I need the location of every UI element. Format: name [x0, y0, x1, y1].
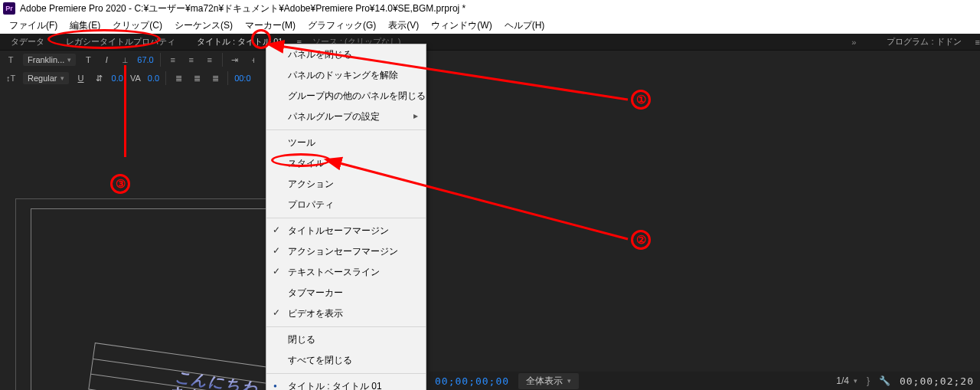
align-bottom-icon[interactable]: ≣: [209, 74, 221, 84]
menu-property[interactable]: プロパティ: [266, 195, 426, 215]
settings-wrench-icon[interactable]: 🔧: [879, 375, 890, 386]
menu-close-all[interactable]: すべてを閉じる: [266, 350, 426, 371]
leading-value[interactable]: 0.0: [112, 74, 123, 83]
align-right-icon[interactable]: ≡: [204, 55, 216, 64]
menu-sequence[interactable]: シーケンス(S): [170, 18, 237, 34]
zoom-fit-dropdown[interactable]: 全体表示: [518, 373, 579, 389]
menu-style[interactable]: スタイル: [266, 153, 426, 174]
menu-tab-marker[interactable]: タブマーカー: [266, 283, 426, 303]
program-time-bar: 00;00;00;00 全体表示 1/4 } 🔧 00;00;02;20: [429, 372, 980, 390]
tab-legacy-title-properties[interactable]: レガシータイトルプロパティ: [55, 34, 186, 50]
annotation-number-3: ③: [110, 174, 130, 194]
markers-icon[interactable]: }: [867, 375, 870, 386]
font-style-dropdown[interactable]: Regular: [23, 72, 69, 84]
italic-icon[interactable]: I: [100, 55, 113, 64]
underline-icon[interactable]: U: [75, 74, 87, 83]
timecode-duration: 00;00;02;20: [900, 375, 974, 387]
title-toolbar: T Franklin... T I ⟂ 67.0 ≡ ≡ ≡ ⇥ ⫞ ⎵ ↕T …: [0, 51, 980, 87]
app-icon: Pr: [3, 2, 15, 15]
menu-edit[interactable]: 編集(E): [65, 18, 105, 34]
menu-close[interactable]: 閉じる: [266, 329, 426, 350]
align-center-icon[interactable]: ≡: [185, 55, 198, 64]
menu-file[interactable]: ファイル(F): [5, 18, 62, 34]
overflow-chevron-icon[interactable]: »: [851, 38, 856, 47]
leading-icon: ⇵: [93, 74, 106, 84]
menu-close-other-panels[interactable]: グループ内の他のパネルを閉じる: [266, 86, 426, 107]
menu-action[interactable]: アクション: [266, 174, 426, 195]
menu-tool[interactable]: ツール: [266, 133, 426, 153]
vertical-text-icon[interactable]: ↕T: [5, 74, 17, 83]
font-size-icon: ⟂: [119, 55, 131, 64]
text-tool-icon[interactable]: T: [5, 55, 17, 64]
panel-tab-row: タデータ レガシータイトルプロパティ タイトル : タイトル 01 ≡ ソース …: [0, 34, 980, 51]
menu-clip[interactable]: クリップ(C): [108, 18, 167, 34]
font-size-value[interactable]: 67.0: [137, 55, 153, 64]
align-left-icon[interactable]: ≡: [167, 55, 179, 64]
annotation-number-2: ②: [631, 230, 651, 250]
menu-help[interactable]: ヘルプ(H): [500, 18, 550, 34]
tab-program[interactable]: プログラム : ドドン: [876, 34, 972, 50]
timecode-current[interactable]: 00;00;00;00: [435, 375, 509, 387]
resolution-dropdown[interactable]: 1/4: [836, 375, 858, 386]
type-tool-icon[interactable]: T: [82, 55, 94, 64]
panel-context-menu: パネルを閉じる パネルのドッキングを解除 グループ内の他のパネルを閉じる パネル…: [266, 44, 426, 390]
annotation-line-3: [124, 65, 126, 157]
menubar: ファイル(F) 編集(E) クリップ(C) シーケンス(S) マーカー(M) グ…: [0, 17, 980, 34]
menu-undock-panel[interactable]: パネルのドッキングを解除: [266, 65, 426, 86]
distribute-icon[interactable]: ⫞: [247, 55, 260, 64]
align-middle-icon[interactable]: ≣: [191, 74, 203, 84]
menu-title-safe-margin[interactable]: タイトルセーフマージン: [266, 221, 426, 241]
align-top-icon[interactable]: ≣: [172, 74, 185, 84]
window-title: Adobe Premiere Pro 2020 - C:¥ユーザー¥ma72n¥…: [20, 2, 466, 15]
font-family-dropdown[interactable]: Franklin...: [23, 54, 76, 66]
menu-marker[interactable]: マーカー(M): [240, 18, 300, 34]
kerning-value[interactable]: 0.0: [148, 74, 159, 83]
menu-view[interactable]: 表示(V): [384, 18, 423, 34]
tab-icon[interactable]: ⇥: [229, 55, 241, 65]
menu-panel-group-settings[interactable]: パネルグループの設定: [266, 107, 426, 127]
tracking-value[interactable]: 00:0: [234, 74, 250, 83]
kerning-icon: VA: [129, 74, 142, 83]
annotation-number-1: ①: [631, 90, 651, 110]
menu-action-safe-margin[interactable]: アクションセーフマージン: [266, 241, 426, 262]
menu-current-title[interactable]: タイトル : タイトル 01: [266, 376, 426, 390]
menu-show-video[interactable]: ビデオを表示: [266, 303, 426, 324]
menu-text-baseline[interactable]: テキストベースライン: [266, 262, 426, 283]
menu-graphic[interactable]: グラフィック(G): [303, 18, 381, 34]
program-panel-menu-icon[interactable]: ≡: [975, 38, 980, 47]
window-titlebar: Pr Adobe Premiere Pro 2020 - C:¥ユーザー¥ma7…: [0, 0, 980, 17]
menu-window[interactable]: ウィンドウ(W): [426, 18, 496, 34]
tab-metadata[interactable]: タデータ: [0, 34, 55, 50]
menu-close-panel[interactable]: パネルを閉じる: [266, 44, 426, 65]
